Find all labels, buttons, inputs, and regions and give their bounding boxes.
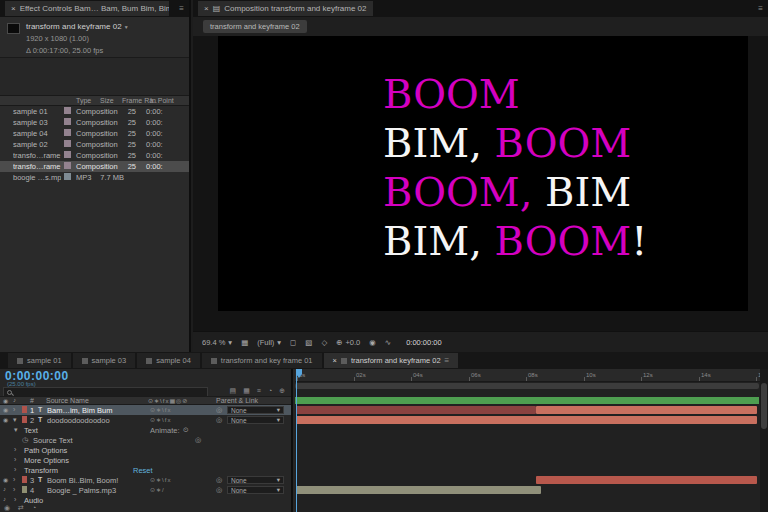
draft-3d-icon[interactable]: ▦ — [243, 387, 250, 395]
label-color-chip[interactable] — [22, 486, 27, 493]
collapse-arrow-icon[interactable]: ▾ — [14, 426, 18, 434]
layer-name[interactable]: Boom Bi..Bim, Boom! — [47, 476, 147, 485]
mask-visibility-icon[interactable]: ◇ — [321, 338, 327, 347]
column-source-name[interactable]: Source Name — [46, 397, 89, 404]
project-item-row[interactable]: sample 02 Composition 25 0:00: — [0, 139, 189, 150]
panel-menu-icon[interactable]: ≡ — [445, 356, 450, 365]
layer-row-1[interactable]: ◉ › 1 T Bam…im, Bim Bum ⊙∗\fx ◎ None▾ — [0, 405, 293, 415]
pickwhip-icon[interactable]: ◎ — [216, 406, 222, 414]
parent-select[interactable]: None▾ — [227, 406, 284, 414]
label-color-chip[interactable] — [22, 476, 27, 483]
layer-switches[interactable]: ⊙∗\fx — [150, 476, 171, 483]
layer-switches[interactable]: ⊙∗\fx — [150, 416, 171, 423]
pickwhip-icon[interactable]: ◎ — [195, 436, 201, 444]
time-ruler[interactable]: 0s 02s 04s 06s 08s 10s 12s 14s 16s — [295, 369, 768, 382]
tab-composition[interactable]: × ▤ Composition transform and keyframe 0… — [198, 1, 373, 16]
expand-arrow-icon[interactable]: › — [14, 446, 16, 453]
eye-icon[interactable]: ◉ — [3, 416, 8, 423]
channel-icon[interactable]: ∿ — [385, 338, 391, 347]
project-item-row[interactable]: sample 04 Composition 25 0:00: — [0, 128, 189, 139]
timeline-scrollbar-thumb[interactable] — [761, 383, 767, 429]
property-group-text[interactable]: ▾ Text Animate: ⊙ — [0, 425, 293, 435]
exposure-control[interactable]: ⊕ +0.0 — [336, 338, 360, 347]
transparency-grid-icon[interactable]: ▧ — [305, 338, 312, 347]
panel-menu-icon[interactable]: ≡ — [758, 4, 763, 13]
layer-name[interactable]: Bam…im, Bim Bum — [47, 406, 147, 415]
column-switches[interactable]: ⊙∗\fx▦◎⊘ — [148, 397, 188, 404]
toggle-switches-modes-icon[interactable]: ⇄ — [18, 504, 24, 512]
mini-flowchart-icon[interactable]: ▤ — [230, 387, 237, 395]
pickwhip-icon[interactable]: ◎ — [216, 476, 222, 484]
project-comp-name[interactable]: transform and keyframe 02 — [26, 22, 122, 31]
transform-reset-link[interactable]: Reset — [133, 466, 153, 475]
preview-timecode[interactable]: 0:00:00:00 — [406, 338, 441, 347]
property-group-transform[interactable]: › Transform Reset — [0, 465, 293, 475]
layer-row-3[interactable]: ◉ › 3 T Boom Bi..Bim, Boom! ⊙∗\fx ◎ None… — [0, 475, 293, 485]
chevron-down-icon[interactable]: ▼ — [124, 24, 129, 30]
expand-arrow-icon[interactable]: › — [14, 466, 16, 473]
layer-bar-2[interactable] — [296, 416, 757, 424]
snapshot-icon[interactable]: ◉ — [369, 338, 376, 347]
tab-sample-01[interactable]: sample 01 — [8, 353, 71, 368]
expand-arrow-icon[interactable]: › — [13, 406, 15, 413]
animate-menu-icon[interactable]: ⊙ — [183, 426, 189, 434]
layer-switches[interactable]: ⊙∗/ — [150, 486, 165, 493]
panel-menu-icon[interactable]: ≡ — [179, 4, 184, 13]
property-group-path-options[interactable]: › Path Options — [0, 445, 293, 455]
expand-arrow-icon[interactable]: › — [14, 456, 16, 463]
column-type[interactable]: Type — [76, 97, 91, 104]
current-time-indicator[interactable] — [296, 369, 297, 512]
magnification-select[interactable]: 69.4 % ▾ — [202, 338, 232, 347]
property-group-more-options[interactable]: › More Options — [0, 455, 293, 465]
tab-effect-controls[interactable]: × Effect Controls Bam… Bam, Bum Bim, Bim… — [5, 1, 169, 16]
speaker-icon[interactable]: ♪ — [3, 486, 6, 492]
eye-icon[interactable]: ◉ — [3, 406, 8, 413]
grid-guides-icon[interactable]: ▦ — [241, 338, 248, 347]
comp-frame[interactable]: BOOM BIM, BOOM BOOM, BIM BIM, BOOM! — [218, 36, 748, 311]
property-source-text[interactable]: ◷ Source Text ◎ — [0, 435, 293, 445]
frame-blend-icon[interactable]: ◔ — [268, 387, 272, 395]
tab-sample-04[interactable]: sample 04 — [137, 353, 200, 368]
stopwatch-icon[interactable]: ◷ — [22, 436, 28, 444]
column-in-point[interactable]: In Point — [150, 97, 174, 104]
expand-arrow-icon[interactable]: › — [13, 476, 15, 483]
eye-icon[interactable]: ◉ — [3, 476, 8, 483]
parent-select[interactable]: None▾ — [227, 416, 284, 424]
timeline-scrollbar[interactable] — [760, 369, 768, 512]
label-color-chip[interactable] — [22, 416, 27, 423]
tab-transform-keyframe-01[interactable]: transform and key frame 01 — [202, 353, 322, 368]
tab-transform-keyframe-02[interactable]: × transform and keyframe 02 ≡ — [324, 353, 459, 368]
column-layer-number[interactable]: # — [30, 397, 34, 404]
parent-select[interactable]: None▾ — [227, 486, 284, 494]
column-size[interactable]: Size — [100, 97, 114, 104]
project-item-row[interactable]: transfo…rame 01 Composition 25 0:00: — [0, 150, 189, 161]
timeline-track-area[interactable]: 0s 02s 04s 06s 08s 10s 12s 14s 16s — [295, 369, 768, 512]
comp-viewer[interactable]: BOOM BIM, BOOM BOOM, BIM BIM, BOOM! — [193, 36, 768, 331]
comp-navigator-crumb[interactable]: transform and keyframe 02 — [203, 20, 307, 33]
project-item-row[interactable]: boogie …s.mp3 MP3 7.7 MB — [0, 172, 189, 183]
layer-switches[interactable]: ⊙∗\fx — [150, 406, 171, 413]
close-icon[interactable]: × — [333, 356, 337, 365]
property-group-audio[interactable]: ♪ › Audio — [0, 495, 293, 505]
layer-bar-3[interactable] — [536, 476, 757, 484]
shy-icon[interactable]: ≡ — [257, 387, 261, 395]
motion-blur-icon[interactable]: ⊕ — [279, 387, 285, 395]
work-area-bar[interactable] — [295, 383, 759, 389]
resolution-select[interactable]: (Full) ▾ — [257, 338, 281, 347]
layer-name[interactable]: Boogie _ Palms.mp3 — [47, 486, 147, 495]
region-of-interest-icon[interactable]: ◻ — [290, 338, 296, 347]
layer-name[interactable]: doodoodoodoodoo — [47, 416, 147, 425]
pickwhip-icon[interactable]: ◎ — [216, 416, 222, 424]
layer-row-2[interactable]: ◉ ▾ 2 T doodoodoodoodoo ⊙∗\fx ◎ None▾ — [0, 415, 293, 425]
tab-sample-03[interactable]: sample 03 — [73, 353, 136, 368]
expand-arrow-icon[interactable]: › — [13, 486, 15, 493]
timeline-search-input[interactable] — [15, 389, 204, 396]
pickwhip-icon[interactable]: ◎ — [216, 486, 222, 494]
project-item-row[interactable]: sample 01 Composition 25 0:00: — [0, 106, 189, 117]
parent-select[interactable]: None▾ — [227, 476, 284, 484]
layer-bar-4-audio[interactable] — [296, 486, 541, 494]
expand-arrow-icon[interactable]: › — [14, 496, 16, 503]
collapse-arrow-icon[interactable]: ▾ — [13, 416, 17, 424]
project-item-row[interactable]: sample 03 Composition 25 0:00: — [0, 117, 189, 128]
close-icon[interactable]: × — [11, 4, 16, 13]
